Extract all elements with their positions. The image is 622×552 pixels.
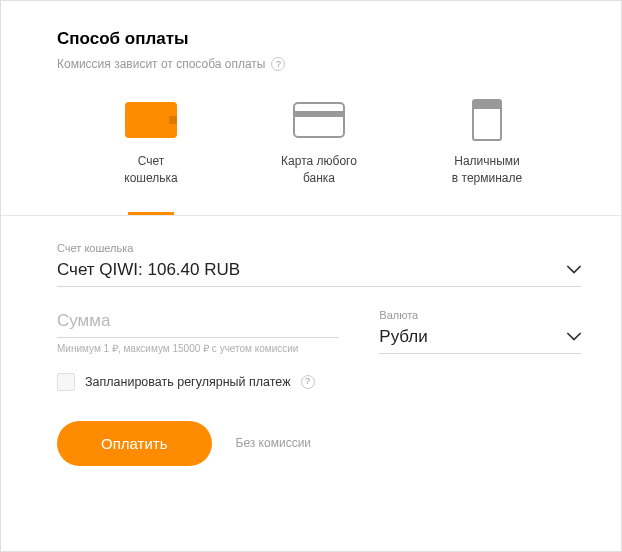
method-card-label: Карта любого банка (281, 153, 357, 187)
terminal-icon (472, 99, 502, 141)
account-label: Счет кошелька (57, 242, 581, 254)
account-select[interactable]: Счет кошелька Счет QIWI: 106.40 RUB (57, 242, 581, 287)
page-title: Способ оплаты (57, 29, 581, 49)
commission-subtitle-text: Комиссия зависит от способа оплаты (57, 57, 265, 71)
account-value: Счет QIWI: 106.40 RUB (57, 260, 240, 280)
card-icon (293, 99, 345, 141)
currency-value: Рубли (379, 327, 427, 347)
schedule-label: Запланировать регулярный платеж (85, 375, 291, 389)
commission-subtitle: Комиссия зависит от способа оплаты ? (57, 57, 581, 71)
section-divider (1, 215, 621, 216)
method-card[interactable]: Карта любого банка (249, 99, 389, 215)
method-wallet[interactable]: Счет кошелька (81, 99, 221, 215)
amount-input[interactable]: Сумма Минимум 1 ₽, максимум 15000 ₽ с уч… (57, 309, 339, 355)
pay-button[interactable]: Оплатить (57, 421, 212, 466)
svg-rect-3 (294, 111, 344, 117)
amount-placeholder: Сумма (57, 311, 110, 331)
amount-hint: Минимум 1 ₽, максимум 15000 ₽ с учетом к… (57, 342, 339, 355)
svg-rect-5 (473, 100, 501, 109)
chevron-down-icon (567, 330, 581, 344)
help-icon[interactable]: ? (271, 57, 285, 71)
svg-rect-1 (169, 116, 177, 124)
payment-methods: Счет кошелька Карта любого банка Наличны… (57, 99, 581, 215)
wallet-icon (125, 99, 177, 141)
schedule-checkbox[interactable] (57, 373, 75, 391)
commission-note: Без комиссии (236, 436, 312, 450)
method-wallet-label: Счет кошелька (124, 153, 177, 187)
method-terminal-label: Наличными в терминале (452, 153, 522, 187)
method-terminal[interactable]: Наличными в терминале (417, 99, 557, 215)
svg-rect-2 (294, 103, 344, 137)
currency-label: Валюта (379, 309, 581, 321)
help-icon[interactable]: ? (301, 375, 315, 389)
currency-select[interactable]: Валюта Рубли (379, 309, 581, 354)
chevron-down-icon (567, 263, 581, 277)
